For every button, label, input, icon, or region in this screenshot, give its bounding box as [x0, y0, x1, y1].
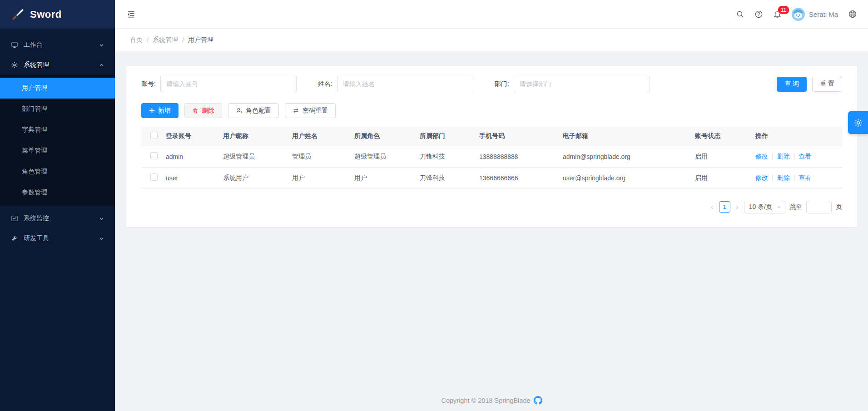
toolbar: 新增 删除 角色配置 密码重置	[141, 103, 842, 118]
cell-name: 用户	[289, 167, 352, 188]
plus-icon	[149, 108, 155, 114]
table-row: admin 超级管理员 管理员 超级管理员 刀锋科技 13888888888 a…	[141, 146, 842, 167]
row-checkbox[interactable]	[150, 152, 158, 159]
cell-actions: 修改|删除|查看	[753, 167, 842, 188]
user-menu[interactable]: Serati Ma	[792, 8, 838, 21]
account-group: 账号:	[141, 76, 297, 92]
password-reset-button[interactable]: 密码重置	[285, 103, 336, 118]
theme-settings-button[interactable]	[848, 111, 868, 134]
cell-role: 用户	[352, 167, 417, 188]
sidebar-item-dict-mgmt[interactable]: 字典管理	[0, 119, 115, 140]
notification-bell-icon[interactable]: 11	[773, 10, 782, 19]
jump-page-input[interactable]	[806, 201, 832, 213]
col-phone: 手机号码	[476, 127, 560, 146]
content-area: 账号: 姓名: 部门: 查 询 重 置	[115, 52, 868, 411]
user-mgmt-card: 账号: 姓名: 部门: 查 询 重 置	[126, 66, 857, 227]
menu-fold-icon[interactable]	[127, 10, 136, 19]
cell-dept: 刀锋科技	[417, 146, 476, 167]
cell-account: user	[163, 167, 220, 188]
sidebar-item-role-mgmt[interactable]: 角色管理	[0, 161, 115, 182]
sidebar-item-monitor[interactable]: 系统监控	[0, 208, 115, 228]
cell-status: 启用	[692, 146, 753, 167]
cell-email: user@springblade.org	[560, 167, 692, 188]
wrench-icon	[11, 235, 18, 242]
edit-link[interactable]: 修改	[755, 174, 768, 181]
header-actions: 11 Serati Ma	[736, 8, 857, 21]
cell-email: admin@springblade.org	[560, 146, 692, 167]
swap-icon	[293, 107, 299, 114]
role-config-button[interactable]: 角色配置	[228, 103, 279, 118]
app-logo[interactable]: Sword	[0, 0, 115, 29]
col-role: 所属角色	[352, 127, 417, 146]
col-nickname: 用户昵称	[220, 127, 289, 146]
help-icon[interactable]	[754, 10, 763, 19]
col-status: 账号状态	[692, 127, 753, 146]
copyright-text: Copyright © 2018 SpringBlade	[441, 397, 530, 404]
system-mgmt-submenu: 用户管理 部门管理 字典管理 菜单管理 角色管理 参数管理	[0, 75, 115, 206]
col-dept: 所属部门	[417, 127, 476, 146]
cell-name: 管理员	[289, 146, 352, 167]
breadcrumb-home[interactable]: 首页	[130, 36, 143, 44]
breadcrumb-separator: /	[182, 36, 184, 44]
sidebar-item-label: 系统管理	[24, 61, 94, 69]
jump-suffix: 页	[836, 203, 842, 211]
github-icon[interactable]	[534, 396, 542, 405]
sidebar-item-user-mgmt[interactable]: 用户管理	[0, 78, 115, 99]
table-header-row: 登录账号 用户昵称 用户姓名 所属角色 所属部门 手机号码 电子邮箱 账号状态 …	[141, 127, 842, 146]
page-footer: Copyright © 2018 SpringBlade	[126, 391, 857, 411]
sidebar-item-label: 研发工具	[24, 234, 94, 243]
user-name: Serati Ma	[809, 10, 838, 18]
chevron-down-icon	[777, 205, 781, 209]
page-size-select[interactable]: 10 条/页	[744, 201, 785, 213]
chevron-down-icon	[99, 216, 104, 221]
sidebar-item-menu-mgmt[interactable]: 菜单管理	[0, 140, 115, 161]
account-input[interactable]	[160, 76, 297, 92]
monitor-icon	[11, 41, 18, 49]
sidebar-nav: 工作台 系统管理 用户管理 部门管理 字典管理 菜单管理 角色管理 参数管理 系…	[0, 29, 115, 248]
sidebar-item-dept-mgmt[interactable]: 部门管理	[0, 99, 115, 119]
cell-status: 启用	[692, 167, 753, 188]
sidebar-item-label: 系统监控	[24, 214, 94, 223]
breadcrumb: 首页 / 系统管理 / 用户管理	[115, 29, 868, 52]
dept-select[interactable]	[514, 76, 650, 92]
edit-link[interactable]: 修改	[755, 153, 768, 160]
gear-icon	[853, 118, 863, 128]
page-number[interactable]: 1	[719, 201, 730, 213]
language-globe-icon[interactable]	[848, 10, 857, 19]
breadcrumb-current: 用户管理	[188, 36, 213, 44]
sidebar-item-param-mgmt[interactable]: 参数管理	[0, 182, 115, 203]
search-button[interactable]: 查 询	[777, 77, 807, 92]
row-checkbox[interactable]	[150, 173, 158, 181]
next-page-button[interactable]: ›	[734, 203, 740, 211]
breadcrumb-system-mgmt[interactable]: 系统管理	[153, 36, 178, 44]
user-plus-icon	[236, 107, 243, 114]
delete-link[interactable]: 删除	[777, 153, 790, 160]
cell-dept: 刀锋科技	[417, 167, 476, 188]
sidebar-item-workbench[interactable]: 工作台	[0, 35, 115, 55]
prev-page-button[interactable]: ‹	[709, 203, 715, 211]
sidebar-item-dev-tools[interactable]: 研发工具	[0, 228, 115, 248]
reset-button[interactable]: 重 置	[812, 77, 842, 92]
col-email: 电子邮箱	[560, 127, 692, 146]
view-link[interactable]: 查看	[799, 153, 811, 160]
delete-link[interactable]: 删除	[777, 174, 790, 181]
cell-phone: 13666666666	[476, 167, 560, 188]
sword-dagger-icon	[11, 8, 25, 21]
top-header: 11 Serati Ma	[115, 0, 868, 29]
add-button[interactable]: 新增	[141, 103, 179, 118]
breadcrumb-separator: /	[147, 36, 149, 44]
select-all-checkbox[interactable]	[150, 132, 158, 139]
account-label: 账号:	[141, 80, 156, 88]
view-link[interactable]: 查看	[799, 174, 811, 181]
chevron-down-icon	[99, 236, 104, 241]
search-icon[interactable]	[736, 10, 744, 19]
sidebar: Sword 工作台 系统管理 用户管理 部门管理 字典管理 菜单管理 角色管理 …	[0, 0, 115, 411]
col-login-account: 登录账号	[163, 127, 220, 146]
cell-nickname: 系统用户	[220, 167, 289, 188]
sidebar-item-system-mgmt[interactable]: 系统管理	[0, 55, 115, 75]
delete-button[interactable]: 删除	[184, 103, 222, 118]
name-label: 姓名:	[318, 80, 332, 88]
chevron-up-icon	[99, 63, 104, 68]
name-input[interactable]	[337, 76, 473, 92]
cell-role: 超级管理员	[352, 146, 417, 167]
